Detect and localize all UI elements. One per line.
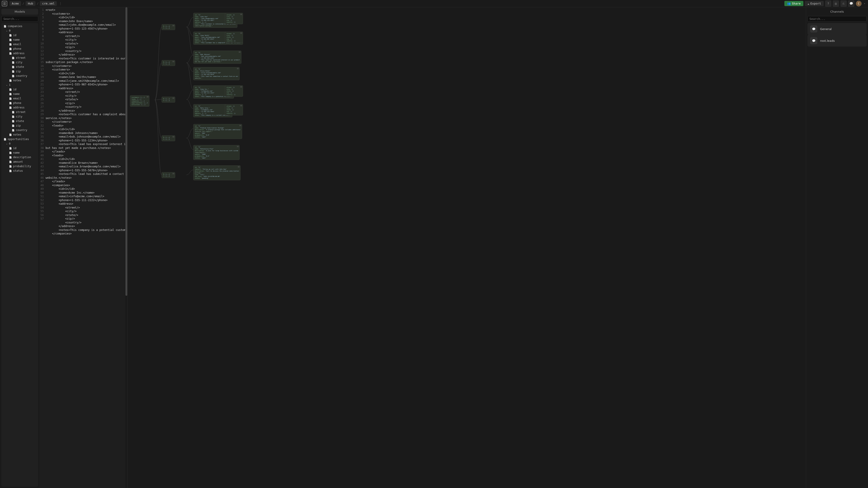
tree-item-state[interactable]: state bbox=[1, 119, 38, 123]
tree-item-state[interactable]: state bbox=[1, 65, 38, 69]
tree-item-label: opportunities bbox=[8, 138, 29, 141]
file-icon bbox=[9, 79, 12, 82]
avatar[interactable]: C bbox=[856, 1, 862, 6]
tree-item-1[interactable]: 1 bbox=[1, 83, 38, 87]
crumb-org[interactable]: Acme bbox=[9, 1, 21, 6]
channels-search-input[interactable] bbox=[807, 16, 867, 22]
tree-item-amount[interactable]: amount bbox=[1, 160, 38, 164]
graph-node[interactable]: 0: {...}1: {...} bbox=[162, 60, 175, 66]
branch-button[interactable]: ⎌ bbox=[840, 0, 847, 7]
graph-canvas[interactable]: customers: [...]leads: [...]companies: [… bbox=[128, 7, 806, 488]
graph-node[interactable]: street: ()city: ()state: ()zip: ()countr… bbox=[225, 86, 243, 97]
help-button[interactable]: ? bbox=[825, 0, 831, 7]
app-logo[interactable] bbox=[2, 1, 7, 6]
kebab-menu-icon[interactable]: ⋮ bbox=[58, 2, 63, 5]
tree-item-street[interactable]: street bbox=[1, 56, 38, 60]
tree-item-label: name bbox=[13, 92, 20, 96]
tree-item-city[interactable]: city bbox=[1, 60, 38, 65]
tree-item-probability[interactable]: probability bbox=[1, 164, 38, 168]
editor-scrollbar[interactable] bbox=[125, 7, 127, 488]
tree-item-street[interactable]: street bbox=[1, 110, 38, 114]
file-icon bbox=[9, 101, 12, 105]
file-icon bbox=[12, 124, 14, 127]
tree-item-id[interactable]: id bbox=[1, 146, 38, 151]
drag-handle-icon[interactable] bbox=[173, 25, 174, 26]
graph-node[interactable]: 0: {...}1: {...} bbox=[162, 172, 175, 178]
tree-item-zip[interactable]: zip bbox=[1, 69, 38, 74]
comment-button[interactable]: 💬 bbox=[848, 0, 855, 7]
tree-item-phone[interactable]: phone bbox=[1, 46, 38, 51]
drag-handle-icon[interactable] bbox=[173, 61, 174, 62]
tree-item-name[interactable]: name bbox=[1, 37, 38, 42]
graph-node[interactable]: street: ()city: ()state: ()zip: ()countr… bbox=[225, 13, 243, 24]
channel-item[interactable]: 💬General bbox=[807, 23, 867, 35]
models-search-input[interactable] bbox=[1, 16, 38, 22]
drag-handle-icon[interactable] bbox=[240, 86, 242, 88]
tree-item-email[interactable]: email bbox=[1, 96, 38, 101]
graph-node[interactable]: id: "1"subject: "Follow-up call with Joh… bbox=[193, 165, 241, 180]
drag-handle-icon[interactable] bbox=[240, 14, 242, 15]
panels-button[interactable]: ◫ bbox=[833, 0, 839, 7]
graph-node[interactable]: customers: [...]leads: [...]companies: [… bbox=[130, 95, 149, 107]
graph-node[interactable]: 0: {...}1: {...} bbox=[162, 24, 175, 30]
tree-item-name[interactable]: name bbox=[1, 151, 38, 155]
chevron-down-icon[interactable]: ▾ bbox=[863, 2, 866, 5]
graph-node[interactable]: id: "2"name: "Enterprise Plan"descriptio… bbox=[193, 145, 240, 160]
graph-node[interactable]: id: "1"name: "Premium Subscription Packa… bbox=[193, 124, 242, 139]
file-icon bbox=[9, 43, 12, 46]
tree-item-address[interactable]: address bbox=[1, 51, 38, 56]
tree-item-email[interactable]: email bbox=[1, 42, 38, 46]
tree-item-label: id bbox=[13, 34, 16, 37]
tree-item-notes[interactable]: notes bbox=[1, 78, 38, 83]
file-icon bbox=[9, 52, 12, 55]
code-editor[interactable]: 1234567891011121314151617181920212223242… bbox=[39, 7, 128, 488]
drag-handle-icon[interactable] bbox=[237, 68, 239, 69]
tree-item-country[interactable]: country bbox=[1, 128, 38, 132]
graph-node[interactable]: 0: {...}1: {...} bbox=[162, 135, 175, 141]
drag-handle-icon[interactable] bbox=[240, 33, 242, 34]
graph-node[interactable]: id: "1"name: "Bob Johnson"email: "bob.jo… bbox=[193, 51, 241, 64]
share-button[interactable]: 👥 Share bbox=[784, 1, 803, 6]
tree-item-status[interactable]: status bbox=[1, 168, 38, 173]
crumb-file[interactable]: crm.xml bbox=[40, 1, 57, 6]
tree-item-description[interactable]: description bbox=[1, 155, 38, 160]
export-button[interactable]: ☁ Export bbox=[805, 1, 824, 6]
crumb-project[interactable]: Hub bbox=[26, 1, 35, 6]
tree-item-country[interactable]: country bbox=[1, 74, 38, 78]
tree-item-zip[interactable]: zip bbox=[1, 123, 38, 128]
drag-handle-icon[interactable] bbox=[239, 52, 241, 53]
drag-handle-icon[interactable] bbox=[173, 173, 174, 174]
tree-item-notes[interactable]: notes bbox=[1, 132, 38, 137]
drag-handle-icon[interactable] bbox=[240, 105, 242, 106]
channel-item[interactable]: 💬root.leads bbox=[807, 35, 867, 46]
tree-item-id[interactable]: id bbox=[1, 33, 38, 37]
tree-item-companies[interactable]: companies bbox=[1, 24, 38, 29]
drag-handle-icon[interactable] bbox=[147, 96, 149, 97]
graph-node[interactable]: street: ()city: ()state: ()zip: ()countr… bbox=[225, 32, 243, 43]
tree-item-0[interactable]: 0 bbox=[1, 29, 38, 33]
graph-node[interactable]: 0: {...}1: {...} bbox=[162, 97, 175, 103]
graph-node[interactable]: id: "2"name: "Alice Brown"email: "alice.… bbox=[193, 67, 240, 80]
models-tree[interactable]: companies0idnameemailphoneaddressstreetc… bbox=[1, 23, 38, 487]
drag-handle-icon[interactable] bbox=[173, 98, 174, 99]
file-icon bbox=[9, 133, 12, 136]
drag-handle-icon[interactable] bbox=[238, 166, 240, 167]
tree-item-label: probability bbox=[13, 165, 31, 168]
drag-handle-icon[interactable] bbox=[173, 136, 174, 137]
scrollbar-thumb[interactable] bbox=[125, 7, 127, 296]
tree-item-opportunities[interactable]: opportunities bbox=[1, 137, 38, 141]
file-icon bbox=[12, 61, 14, 64]
file-icon bbox=[12, 110, 14, 113]
tree-item-id[interactable]: id bbox=[1, 87, 38, 92]
tree-item-city[interactable]: city bbox=[1, 114, 38, 119]
tree-item-address[interactable]: address bbox=[1, 105, 38, 110]
drag-handle-icon[interactable] bbox=[237, 146, 239, 147]
drag-handle-icon[interactable] bbox=[239, 125, 241, 126]
code-content[interactable]: <root> <customers> <id>1</id> <name>John… bbox=[45, 7, 127, 488]
file-icon bbox=[12, 56, 14, 59]
graph-node[interactable]: street: ()city: ()state: ()zip: ()countr… bbox=[225, 104, 243, 116]
tree-item-name[interactable]: name bbox=[1, 92, 38, 96]
tree-item-phone[interactable]: phone bbox=[1, 101, 38, 105]
tree-item-label: phone bbox=[13, 47, 21, 51]
tree-item-0[interactable]: 0 bbox=[1, 141, 38, 146]
